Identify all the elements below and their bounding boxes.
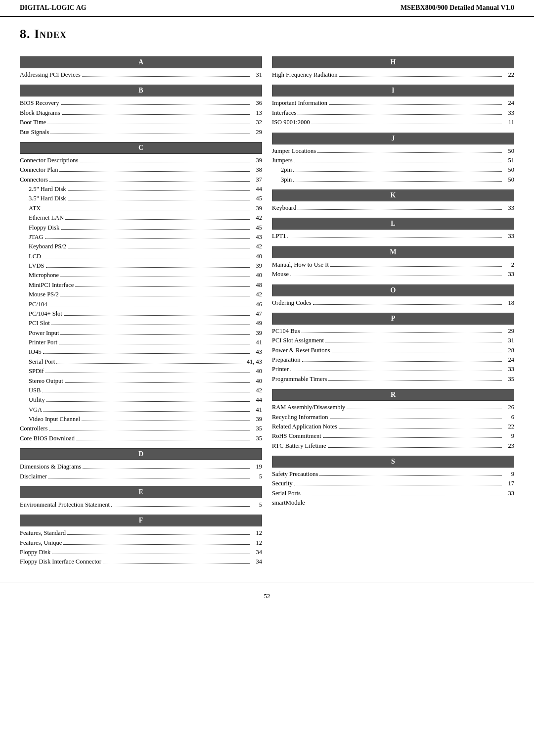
entry-name: PC/104 bbox=[29, 300, 47, 309]
entry-name: PC104 Bus bbox=[272, 327, 300, 336]
entry-name: Stereo Output bbox=[29, 377, 63, 386]
entry-name: RTC Battery Lifetime bbox=[272, 441, 326, 451]
entry-dots bbox=[330, 266, 502, 267]
entry-dots bbox=[83, 468, 250, 469]
entry-page: 6 bbox=[503, 413, 514, 422]
entry-name: Keyboard bbox=[272, 203, 296, 213]
entry-page: 9 bbox=[503, 470, 514, 479]
entry-page: 40 bbox=[251, 252, 262, 261]
index-entry: Printer33 bbox=[272, 365, 514, 374]
entry-dots bbox=[294, 485, 502, 485]
index-entry: Boot Time32 bbox=[20, 118, 262, 127]
right-column: HHigh Frequency Radiation22IImportant In… bbox=[267, 51, 519, 567]
entry-name: LCD bbox=[29, 252, 41, 261]
entry-dots bbox=[68, 248, 250, 248]
entry-page: 36 bbox=[251, 98, 262, 108]
entry-name: Mouse PS/2 bbox=[29, 290, 59, 299]
entry-dots bbox=[302, 332, 502, 333]
entry-name: Manual, How to Use It bbox=[272, 260, 329, 270]
entry-dots bbox=[43, 258, 250, 258]
entry-page: 33 bbox=[503, 203, 514, 213]
entry-dots bbox=[313, 304, 502, 305]
entry-page: 39 bbox=[251, 415, 262, 424]
index-entry: Power Input39 bbox=[20, 329, 262, 338]
entry-dots bbox=[44, 411, 250, 412]
entry-page: 44 bbox=[251, 185, 262, 194]
section-header-k: K bbox=[272, 189, 514, 201]
entry-dots bbox=[328, 447, 502, 448]
entry-dots bbox=[298, 114, 502, 115]
entry-page: 45 bbox=[251, 194, 262, 203]
index-entry: Microphone40 bbox=[20, 271, 262, 280]
entry-page: 42 bbox=[251, 386, 262, 395]
entry-dots bbox=[76, 440, 250, 440]
entry-dots bbox=[68, 200, 250, 200]
index-entry: Controllers35 bbox=[20, 424, 262, 433]
index-entry: RAM Assembly/Disassembly26 bbox=[272, 403, 514, 412]
entry-name: Safety Precautions bbox=[272, 470, 318, 479]
entry-name: 2.5" Hard Disk bbox=[29, 185, 66, 194]
entry-dots bbox=[48, 478, 250, 478]
left-column: AAddressing PCI Devices31BBIOS Recovery3… bbox=[15, 51, 267, 567]
entry-dots bbox=[46, 267, 250, 268]
entry-name: PC/104+ Slot bbox=[29, 309, 62, 319]
entry-name: Keyboard PS/2 bbox=[29, 242, 66, 251]
entry-page: 46 bbox=[251, 300, 262, 309]
index-entry: 2pin50 bbox=[272, 165, 514, 175]
entry-page: 22 bbox=[503, 422, 514, 431]
index-entry: Serial Ports33 bbox=[272, 489, 514, 498]
index-entry: Power & Reset Buttons28 bbox=[272, 346, 514, 355]
entry-page: 2 bbox=[503, 260, 514, 270]
entry-page: 29 bbox=[503, 327, 514, 336]
entry-name: Microphone bbox=[29, 271, 59, 280]
entry-page: 43 bbox=[251, 347, 262, 357]
entry-name: MiniPCI Interface bbox=[29, 281, 74, 290]
entry-name: PCI Slot bbox=[29, 319, 50, 328]
index-entry: Dimensions & Diagrams19 bbox=[20, 462, 262, 472]
entry-page: 41 bbox=[251, 338, 262, 347]
entry-name: USB bbox=[29, 386, 41, 395]
entry-page: 19 bbox=[251, 462, 262, 472]
page-number: 52 bbox=[264, 592, 270, 600]
entry-page: 12 bbox=[251, 528, 262, 538]
entry-page: 50 bbox=[503, 146, 514, 156]
index-entry: Manual, How to Use It2 bbox=[272, 260, 514, 270]
entry-page: 47 bbox=[251, 309, 262, 319]
entry-name: Utility bbox=[29, 395, 45, 405]
entry-page: 31 bbox=[503, 336, 514, 345]
entry-name: Controllers bbox=[20, 424, 47, 433]
entry-dots bbox=[347, 409, 502, 409]
entry-dots bbox=[60, 334, 250, 335]
section-header-l: L bbox=[272, 218, 514, 230]
index-entry: PC/10446 bbox=[20, 300, 262, 309]
entry-name: Bus Signals bbox=[20, 128, 49, 137]
entry-dots bbox=[42, 210, 250, 210]
company-name: DIGITAL-LOGIC AG bbox=[20, 4, 87, 12]
entry-page: 24 bbox=[503, 355, 514, 365]
entry-name: Printer Port bbox=[29, 338, 57, 347]
entry-page: 37 bbox=[251, 175, 262, 185]
entry-dots bbox=[59, 344, 250, 344]
index-entry: High Frequency Radiation22 bbox=[272, 70, 514, 80]
index-entry: Connectors37 bbox=[20, 175, 262, 185]
entry-dots bbox=[294, 162, 502, 162]
index-entry: RJ4543 bbox=[20, 347, 262, 357]
entry-page: 23 bbox=[503, 441, 514, 451]
entry-dots bbox=[298, 209, 502, 210]
entry-name: Dimensions & Diagrams bbox=[20, 462, 81, 472]
section-header-f: F bbox=[20, 515, 262, 526]
entry-dots bbox=[42, 392, 250, 392]
index-entry: USB42 bbox=[20, 386, 262, 395]
entry-name: 3pin bbox=[281, 175, 292, 185]
index-entry: PC104 Bus29 bbox=[272, 327, 514, 336]
entry-page: 50 bbox=[503, 175, 514, 185]
entry-dots bbox=[49, 306, 250, 306]
entry-name: Power & Reset Buttons bbox=[272, 346, 330, 355]
page-header: DIGITAL-LOGIC AG MSEBX800/900 Detailed M… bbox=[0, 0, 534, 17]
entry-name: Connector Plan bbox=[20, 165, 58, 175]
entry-page: 17 bbox=[503, 479, 514, 488]
entry-name: Core BIOS Download bbox=[20, 434, 75, 443]
entry-dots bbox=[60, 277, 250, 277]
index-entry: RoHS Commitment9 bbox=[272, 431, 514, 441]
entry-page: 48 bbox=[251, 281, 262, 290]
